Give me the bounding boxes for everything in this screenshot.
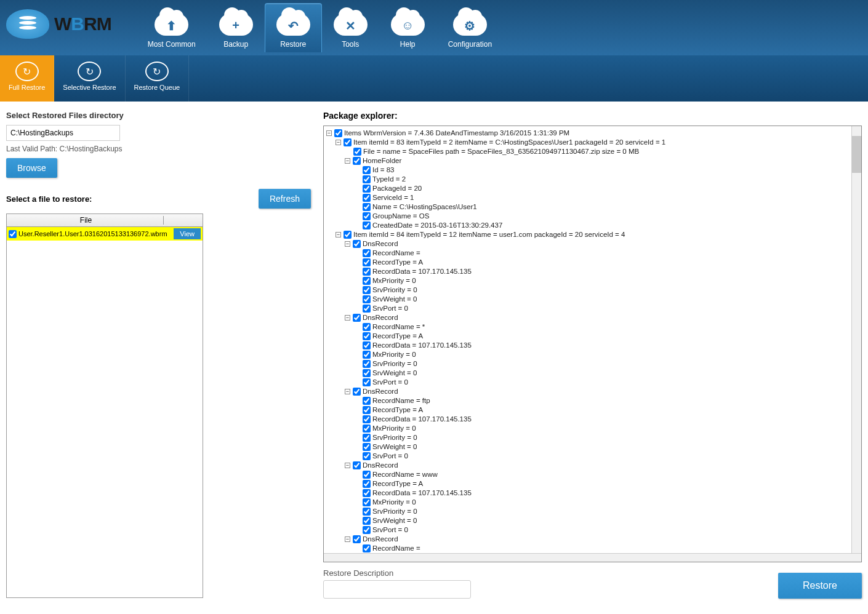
select-file-label: Select a file to restore:: [6, 194, 92, 204]
nav-backup[interactable]: + Backup: [207, 3, 265, 52]
nav-most-common[interactable]: ⬆ Most Common: [136, 3, 207, 52]
directory-input[interactable]: [6, 125, 120, 141]
tree-checkbox[interactable]: [353, 157, 361, 165]
tree-checkbox[interactable]: [363, 397, 371, 405]
collapse-icon[interactable]: −: [345, 315, 350, 321]
subnav-label: Restore Queue: [134, 84, 180, 91]
tree-checkbox[interactable]: [363, 295, 371, 303]
upload-icon: ⬆: [155, 18, 188, 33]
logo-text: WBRM: [54, 14, 111, 34]
full-restore-icon: ↻: [15, 62, 39, 81]
help-icon: ☺: [391, 18, 425, 33]
tree-checkbox[interactable]: [353, 240, 361, 248]
restore-queue-icon: ↻: [145, 62, 169, 81]
tree-checkbox[interactable]: [363, 517, 371, 525]
collapse-icon[interactable]: −: [345, 241, 350, 247]
collapse-icon[interactable]: −: [326, 130, 332, 136]
tree-checkbox[interactable]: [363, 332, 371, 340]
tree-checkbox[interactable]: [363, 175, 371, 183]
selective-restore-icon: ↻: [78, 62, 101, 81]
refresh-button[interactable]: Refresh: [259, 189, 311, 209]
tree-checkbox[interactable]: [344, 231, 352, 239]
tree-checkbox[interactable]: [363, 526, 371, 534]
tree-checkbox[interactable]: [363, 249, 371, 257]
tree-checkbox[interactable]: [353, 148, 361, 156]
horizontal-scrollbar[interactable]: [324, 553, 861, 562]
tools-icon: ✕: [334, 18, 368, 33]
view-button[interactable]: View: [174, 228, 201, 239]
tree-checkbox[interactable]: [363, 268, 371, 276]
collapse-icon[interactable]: −: [336, 140, 341, 145]
tree-checkbox[interactable]: [344, 138, 352, 146]
tree-checkbox[interactable]: [363, 369, 371, 377]
collapse-icon[interactable]: −: [345, 389, 350, 394]
nav-label: Tools: [342, 40, 359, 49]
restore-icon: ↶: [276, 18, 310, 33]
top-nav: WBRM ⬆ Most Common + Backup ↶ Restore ✕ …: [0, 0, 868, 55]
subnav-restore-queue[interactable]: ↻ Restore Queue: [126, 55, 190, 102]
select-dir-label: Select Restored Files directory: [6, 111, 311, 120]
tree-checkbox[interactable]: [363, 341, 371, 349]
subnav-label: Selective Restore: [63, 84, 116, 91]
tree-checkbox[interactable]: [363, 203, 371, 211]
nav-configuration[interactable]: ⚙ Configuration: [436, 3, 504, 52]
gear-icon: ⚙: [453, 18, 487, 33]
file-row[interactable]: User.Reseller1.User1.03162015133136972.w…: [7, 227, 203, 241]
tree-checkbox[interactable]: [363, 185, 371, 193]
tree-checkbox[interactable]: [363, 378, 371, 386]
tree-checkbox[interactable]: [363, 323, 371, 331]
collapse-icon[interactable]: −: [336, 232, 341, 237]
collapse-icon[interactable]: −: [345, 536, 350, 542]
restore-button[interactable]: Restore: [778, 573, 862, 599]
tree-checkbox[interactable]: [363, 406, 371, 414]
tree-checkbox[interactable]: [363, 434, 371, 442]
restore-description-input[interactable]: [323, 580, 471, 599]
subnav-full-restore[interactable]: ↻ Full Restore: [0, 55, 54, 102]
nav-help[interactable]: ☺ Help: [379, 3, 436, 52]
tree-checkbox[interactable]: [363, 258, 371, 266]
collapse-icon[interactable]: −: [345, 463, 350, 468]
file-header: File: [9, 216, 164, 225]
collapse-icon[interactable]: −: [345, 158, 350, 164]
tree-checkbox[interactable]: [353, 388, 361, 396]
file-checkbox[interactable]: [9, 230, 17, 238]
tree-checkbox[interactable]: [353, 461, 361, 469]
tree-checkbox[interactable]: [363, 415, 371, 423]
package-explorer-label: Package explorer:: [323, 111, 862, 121]
tree-checkbox[interactable]: [363, 452, 371, 460]
tree-checkbox[interactable]: [363, 166, 371, 174]
logo: WBRM: [6, 9, 111, 39]
last-valid-path: Last Valid Path: C:\HostingBackups: [6, 145, 311, 153]
tree-checkbox[interactable]: [363, 498, 371, 506]
package-explorer-tree[interactable]: −Items WbrmVersion = 7.4.36 DateAndTimes…: [323, 126, 862, 562]
tree-checkbox[interactable]: [363, 305, 371, 313]
tree-checkbox[interactable]: [363, 360, 371, 368]
tree-checkbox[interactable]: [363, 480, 371, 488]
plus-icon: +: [219, 18, 253, 33]
vertical-scrollbar[interactable]: [851, 126, 861, 553]
tree-checkbox[interactable]: [363, 471, 371, 479]
tree-checkbox[interactable]: [334, 129, 342, 137]
nav-label: Backup: [223, 40, 248, 49]
subnav-selective-restore[interactable]: ↻ Selective Restore: [54, 55, 125, 102]
tree-checkbox[interactable]: [363, 286, 371, 294]
nav-tools[interactable]: ✕ Tools: [322, 3, 379, 52]
tree-checkbox[interactable]: [363, 351, 371, 359]
tree-checkbox[interactable]: [363, 443, 371, 451]
tree-checkbox[interactable]: [363, 221, 371, 229]
nav-label: Help: [400, 40, 416, 49]
tree-checkbox[interactable]: [363, 489, 371, 497]
restore-description-label: Restore Description: [323, 568, 471, 578]
tree-checkbox[interactable]: [363, 544, 371, 552]
tree-checkbox[interactable]: [363, 277, 371, 285]
tree-checkbox[interactable]: [363, 508, 371, 516]
nav-label: Restore: [280, 40, 306, 49]
tree-checkbox[interactable]: [363, 212, 371, 220]
nav-restore[interactable]: ↶ Restore: [265, 3, 322, 52]
browse-button[interactable]: Browse: [6, 158, 57, 178]
tree-checkbox[interactable]: [363, 425, 371, 433]
tree-checkbox[interactable]: [363, 194, 371, 202]
tree-checkbox[interactable]: [353, 535, 361, 543]
subnav-label: Full Restore: [9, 84, 45, 91]
tree-checkbox[interactable]: [353, 314, 361, 322]
